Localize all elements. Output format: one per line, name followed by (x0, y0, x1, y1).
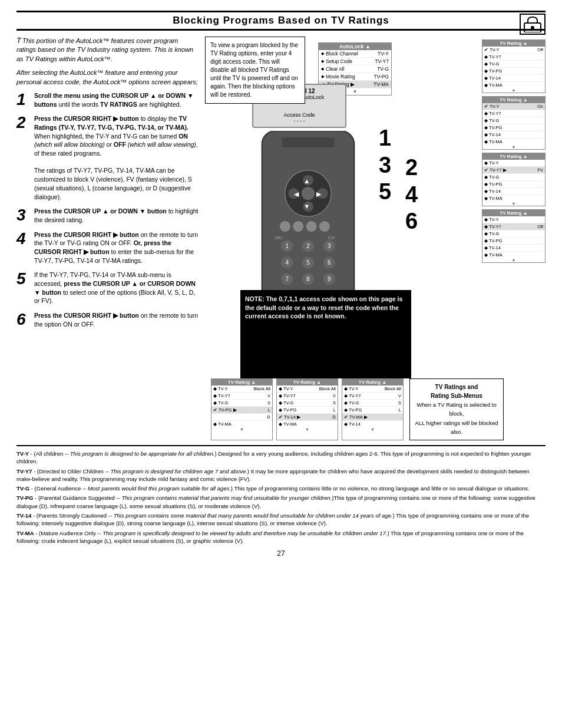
step-2: 2 Press the CURSOR RIGHT ▶ button to dis… (16, 114, 199, 201)
note-box: NOTE: The 0,7,1,1 access code shown on t… (240, 290, 411, 378)
svg-point-1 (531, 26, 534, 29)
svg-text:▶: ▶ (316, 190, 322, 197)
footer-section: TV-Y - (All children -- This program is … (16, 445, 546, 545)
footer-item-tv14: TV-14 - (Parents Strongly Cautioned -- T… (16, 512, 546, 528)
footer-item-tvg: TV-G - (General Audience -- Most parents… (16, 485, 546, 492)
footer-item-tvpg: TV-PG - (Parental Guidance Suggested -- … (16, 494, 546, 510)
svg-point-16 (306, 221, 317, 232)
step-content-3: Press the CURSOR UP ▲ or DOWN ▼ button t… (34, 207, 199, 224)
svg-text:3: 3 (328, 243, 331, 249)
svg-text:2: 2 (306, 243, 310, 249)
info-box: To view a program blocked by the TV Rati… (205, 37, 305, 104)
footer-item-tvy: TV-Y - (All children -- This program is … (16, 450, 546, 466)
access-dashes: - - - - (258, 118, 340, 124)
step-content-2: Press the CURSOR RIGHT ▶ button to displ… (34, 114, 199, 201)
svg-text:▼: ▼ (303, 203, 310, 210)
footer-item-tvy7: TV-Y7 - (Directed to Older Children -- T… (16, 467, 546, 483)
step-6: 6 Press the CURSOR RIGHT ▶ but­ton on th… (16, 311, 199, 328)
svg-text:1: 1 (285, 243, 289, 249)
svg-point-15 (293, 221, 303, 232)
intro-text-1: This portion of the AutoLock™ features c… (16, 37, 193, 62)
page-title: Blocking Programs Based on TV Ratings (173, 15, 389, 27)
left-column: TThis portion of the AutoLock™ features … (16, 37, 199, 440)
right-column: To view a program blocked by the TV Rati… (205, 37, 546, 440)
step-number-3: 3 (16, 207, 29, 223)
lock-icon (520, 14, 546, 35)
svg-point-17 (319, 221, 330, 232)
step-number-4: 4 (16, 230, 29, 247)
svg-text:MU: MU (275, 235, 283, 241)
svg-text:4: 4 (285, 259, 289, 266)
svg-rect-3 (282, 137, 334, 147)
page: Blocking Programs Based on TV Ratings TT… (0, 0, 562, 728)
svg-text:◀: ◀ (294, 190, 299, 197)
svg-text:6: 6 (328, 259, 331, 266)
sub-panels-row: TV Rating ▲ ◆ TV-Y Block All ◆ TV-Y7 V ◆… (211, 378, 546, 440)
svg-text:▲: ▲ (303, 177, 310, 185)
caption-box: TV Ratings andRating Sub-Menus When a TV… (409, 378, 504, 440)
svg-text:5: 5 (306, 259, 310, 266)
info-box-text: To view a program blocked by the TV Rati… (210, 42, 298, 98)
step-number-6: 6 (16, 311, 29, 328)
step-4: 4 Press the CURSOR RIGHT ▶ but­ton on th… (16, 230, 199, 265)
svg-text:9: 9 (328, 276, 331, 282)
autolock-row-2: ◆ Setup Code TV-Y7 (319, 58, 391, 65)
step-content-4: Press the CURSOR RIGHT ▶ but­ton on the … (34, 230, 199, 265)
step-3: 3 Press the CURSOR UP ▲ or DOWN ▼ button… (16, 207, 199, 224)
page-number: 27 (16, 549, 546, 558)
note-text: NOTE: The 0,7,1,1 access code shown on t… (245, 295, 402, 319)
page-header: Blocking Programs Based on TV Ratings (16, 11, 546, 31)
step-5: 5 If the TV-Y7, TV-PG, TV-14 or TV-MA su… (16, 271, 199, 305)
autolock-panel-header: AutoLock ▲ (319, 43, 391, 50)
intro-paragraph-1: TThis portion of the AutoLock™ features … (16, 37, 199, 64)
autolock-row-3: ◆ Clear All TV-G (319, 65, 391, 73)
step-content-5: If the TV-Y7, TV-PG, TV-14 or TV-MA sub-… (34, 271, 199, 305)
access-code-label: Access Code (258, 112, 340, 118)
step-content-1: Scroll the menu using the CURSOR UP ▲ or… (34, 91, 199, 108)
step-number-5: 5 (16, 271, 29, 287)
intro-paragraph-2: After selecting the AutoLock™ feature an… (16, 68, 199, 87)
main-content: TThis portion of the AutoLock™ features … (16, 37, 546, 440)
svg-text:8: 8 (306, 276, 310, 282)
step-number-1: 1 (16, 91, 29, 108)
svg-text:7: 7 (285, 276, 289, 282)
autolock-row-1: ◆ Block Channel TV-Y (319, 50, 391, 58)
footer-item-tvma: TV-MA - (Mature Audience Only -- This pr… (16, 529, 546, 545)
step-content-6: Press the CURSOR RIGHT ▶ but­ton on the … (34, 311, 199, 328)
overlay-numbers-246: 246 (405, 154, 418, 235)
step-number-2: 2 (16, 114, 29, 131)
autolock-row-4: ◆ Movie Rating TV-PG (319, 73, 391, 81)
diagrams-area: To view a program blocked by the TV Rati… (205, 37, 546, 378)
svg-point-9 (302, 187, 315, 200)
svg-point-14 (280, 221, 290, 232)
intro-text-2: After selecting the AutoLock™ feature an… (16, 69, 198, 85)
svg-text:CH: CH (328, 235, 335, 241)
step-1: 1 Scroll the menu using the CURSOR UP ▲ … (16, 91, 199, 108)
overlay-numbers-135: 135 (379, 125, 391, 206)
